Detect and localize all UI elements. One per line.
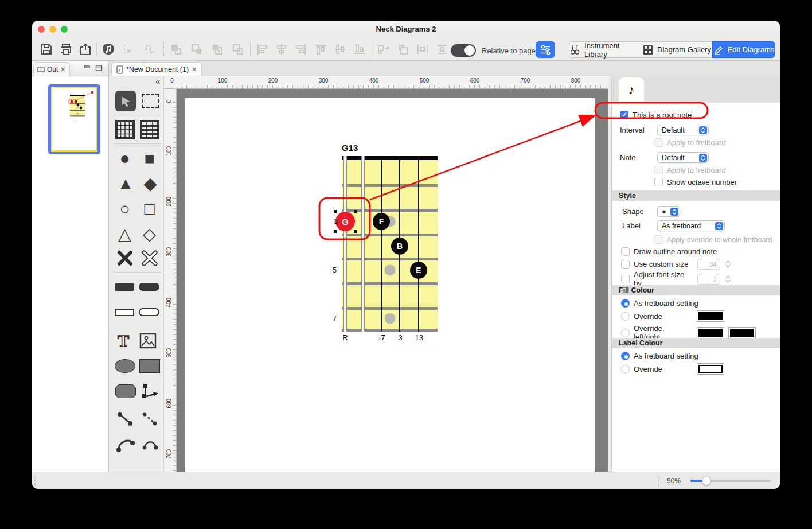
filled-square-tool[interactable]: ■ xyxy=(144,150,154,167)
font-adjust-stepper[interactable] xyxy=(725,275,731,283)
label-override-swatch[interactable] xyxy=(697,363,724,375)
fill-left-swatch[interactable] xyxy=(697,327,724,339)
connector-arrow-tool[interactable] xyxy=(141,383,159,400)
outline-circle-tool[interactable]: ○ xyxy=(119,200,130,217)
note-root-g[interactable]: G xyxy=(335,212,355,231)
outline-bar-tool[interactable] xyxy=(115,309,134,316)
distribute-horizontal-button[interactable] xyxy=(375,41,392,58)
align-top-button[interactable] xyxy=(312,41,329,58)
gray-ellipse-tool[interactable] xyxy=(115,359,135,373)
label-select[interactable]: As fretboard xyxy=(657,220,725,231)
filled-pill-tool[interactable] xyxy=(139,283,159,291)
note-e[interactable]: E xyxy=(410,262,427,279)
outline-x-tool[interactable] xyxy=(141,250,158,267)
root-note-checkbox[interactable] xyxy=(620,111,628,119)
show-octave-checkbox[interactable] xyxy=(654,178,663,186)
print-button[interactable] xyxy=(57,41,75,58)
outline-square-tool[interactable]: □ xyxy=(144,200,154,217)
fretboard-grid-tool[interactable] xyxy=(115,120,135,139)
fill-as-fretboard-radio[interactable] xyxy=(621,299,630,308)
outline-diamond-tool[interactable]: ◇ xyxy=(143,225,156,243)
filled-triangle-tool[interactable]: ▲ xyxy=(117,175,134,192)
align-bottom-button[interactable] xyxy=(351,41,368,58)
outline-triangle-tool[interactable]: △ xyxy=(118,225,131,243)
chord-title[interactable]: G13 xyxy=(342,143,358,153)
instrument-library-button[interactable]: Instrument Library xyxy=(569,41,642,58)
outline-pill-tool[interactable] xyxy=(139,308,159,316)
zoom-slider-knob[interactable] xyxy=(702,476,711,485)
arc-tool[interactable] xyxy=(116,435,135,453)
select-tool[interactable] xyxy=(115,91,136,111)
use-custom-size-checkbox[interactable] xyxy=(621,260,630,269)
bring-to-front-button[interactable] xyxy=(209,41,226,58)
image-tool[interactable] xyxy=(139,333,157,349)
document-tab[interactable]: ♪ *New Document (1) ✕ xyxy=(111,62,202,76)
custom-size-field[interactable]: 34 xyxy=(697,259,720,270)
align-left-button[interactable] xyxy=(253,41,271,58)
fill-override-swatch[interactable] xyxy=(697,310,724,322)
relative-to-page-toggle[interactable] xyxy=(451,44,476,57)
step-play-button[interactable] xyxy=(119,41,136,58)
filled-diamond-tool[interactable]: ◆ xyxy=(144,175,157,192)
document-tab-close-icon[interactable]: ✕ xyxy=(192,66,197,73)
font-adjust-field[interactable]: 1 xyxy=(697,274,720,285)
fill-right-swatch[interactable] xyxy=(728,327,756,339)
apply-override-checkbox[interactable] xyxy=(654,235,663,244)
note-f[interactable]: F xyxy=(373,213,390,230)
text-tool[interactable]: T xyxy=(118,332,129,349)
draw-outline-checkbox[interactable] xyxy=(621,247,630,256)
zoom-slider[interactable] xyxy=(690,480,771,482)
small-arc-tool[interactable] xyxy=(142,437,159,452)
gray-rounded-rect-tool[interactable] xyxy=(115,384,136,398)
edit-diagrams-button[interactable]: Edit Diagrams xyxy=(712,41,775,58)
export-button[interactable] xyxy=(77,41,94,58)
canvas[interactable]: G13 xyxy=(177,89,608,472)
fill-override-lr-radio[interactable] xyxy=(621,329,630,337)
send-to-back-button[interactable] xyxy=(229,41,247,58)
selection-handle[interactable] xyxy=(354,210,357,213)
save-button[interactable] xyxy=(38,41,55,58)
dashed-line-tool[interactable] xyxy=(140,410,159,427)
outline-tab-close-icon[interactable]: ✕ xyxy=(60,66,65,73)
filled-circle-tool[interactable]: ● xyxy=(119,150,130,167)
maximize-panel-icon[interactable] xyxy=(95,65,103,71)
play-notes-button[interactable] xyxy=(139,41,161,58)
align-center-button[interactable] xyxy=(273,41,290,58)
marquee-select-tool[interactable] xyxy=(142,94,159,108)
align-right-button[interactable] xyxy=(292,41,310,58)
interval-select[interactable]: Default xyxy=(657,125,709,135)
diagram-gallery-button[interactable]: Diagram Gallery xyxy=(642,41,713,58)
interval-apply-checkbox[interactable] xyxy=(654,138,663,147)
statusbar-grip[interactable] xyxy=(658,476,659,486)
selection-handle[interactable] xyxy=(334,230,337,233)
note-properties-tab[interactable]: ♪ xyxy=(619,77,644,103)
settings-sliders-button[interactable] xyxy=(536,41,555,58)
outline-tab[interactable]: Out ✕ xyxy=(33,62,70,76)
label-override-radio[interactable] xyxy=(621,365,630,374)
line-tool[interactable] xyxy=(116,410,134,427)
selection-handle[interactable] xyxy=(354,230,357,233)
note-b[interactable]: B xyxy=(391,238,408,255)
note-select[interactable]: Default xyxy=(657,152,709,163)
align-middle-button[interactable] xyxy=(331,41,349,58)
palette-collapse-button[interactable]: « xyxy=(155,77,160,86)
note-apply-checkbox[interactable] xyxy=(654,166,663,174)
custom-size-stepper[interactable] xyxy=(725,260,731,268)
bring-forward-button[interactable] xyxy=(167,41,185,58)
filled-bar-tool[interactable] xyxy=(115,283,134,291)
center-vertical-button[interactable] xyxy=(434,41,451,58)
gray-rectangle-tool[interactable] xyxy=(139,359,160,373)
adjust-font-checkbox[interactable] xyxy=(621,275,630,283)
center-horizontal-button[interactable] xyxy=(414,41,431,58)
send-backward-button[interactable] xyxy=(188,41,205,58)
document-page[interactable]: G13 xyxy=(185,98,595,472)
rotate-button[interactable] xyxy=(395,41,412,58)
label-as-fretboard-radio[interactable] xyxy=(621,352,630,360)
table-grid-tool[interactable] xyxy=(140,120,159,139)
page-thumbnail[interactable]: . . . . 1 xyxy=(48,84,100,154)
selection-handle[interactable] xyxy=(334,210,337,213)
statusbar-grip[interactable] xyxy=(34,476,36,486)
fill-override-radio[interactable] xyxy=(621,312,630,321)
shape-select[interactable]: ● xyxy=(657,206,680,217)
filled-x-tool[interactable] xyxy=(116,250,134,267)
